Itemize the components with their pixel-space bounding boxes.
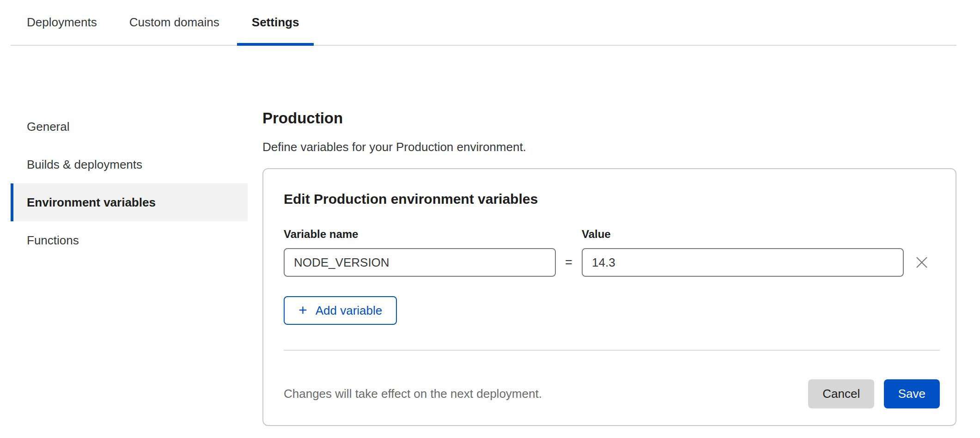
sidebar-item-builds-deployments[interactable]: Builds & deployments — [11, 146, 248, 183]
main-area: General Builds & deployments Environment… — [0, 46, 980, 426]
tab-settings[interactable]: Settings — [237, 0, 314, 45]
plus-icon: + — [298, 303, 307, 317]
sidebar-item-environment-variables[interactable]: Environment variables — [11, 183, 248, 221]
variable-form: Variable name Value = — [284, 228, 940, 277]
variable-name-label: Variable name — [284, 228, 556, 241]
settings-sidebar: General Builds & deployments Environment… — [11, 108, 248, 259]
add-variable-button[interactable]: + Add variable — [284, 296, 397, 325]
remove-variable-button[interactable] — [904, 248, 940, 277]
sidebar-item-functions[interactable]: Functions — [11, 221, 248, 259]
close-icon — [914, 255, 929, 270]
footer-actions: Cancel Save — [808, 379, 940, 408]
tab-bar: Deployments Custom domains Settings — [11, 0, 956, 46]
sidebar-item-general[interactable]: General — [11, 108, 248, 146]
cancel-button[interactable]: Cancel — [808, 379, 874, 408]
card-footer: Changes will take effect on the next dep… — [284, 379, 940, 408]
content-panel: Production Define variables for your Pro… — [262, 109, 956, 426]
environment-variables-card: Edit Production environment variables Va… — [262, 168, 956, 426]
value-label: Value — [582, 228, 904, 241]
tab-custom-domains[interactable]: Custom domains — [115, 0, 234, 45]
section-description: Define variables for your Production env… — [262, 140, 956, 154]
card-divider — [284, 350, 940, 351]
equals-sign: = — [556, 256, 582, 270]
save-button[interactable]: Save — [884, 379, 940, 408]
footer-note: Changes will take effect on the next dep… — [284, 387, 542, 401]
variable-name-input[interactable] — [284, 248, 556, 277]
card-title: Edit Production environment variables — [284, 190, 940, 207]
add-variable-label: Add variable — [316, 304, 383, 318]
section-title: Production — [262, 109, 956, 128]
tab-deployments[interactable]: Deployments — [12, 0, 112, 45]
variable-value-input[interactable] — [582, 248, 904, 277]
